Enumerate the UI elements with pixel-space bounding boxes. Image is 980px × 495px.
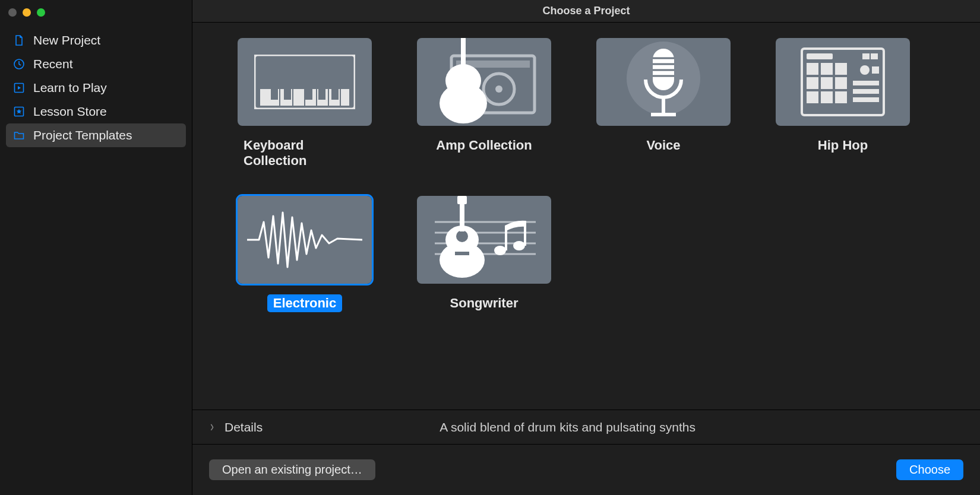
- svg-rect-12: [304, 89, 305, 106]
- svg-rect-62: [457, 196, 467, 204]
- template-grid: Keyboard Collection: [238, 38, 944, 312]
- svg-point-19: [495, 85, 502, 93]
- window-title: Choose a Project: [192, 0, 980, 23]
- svg-rect-15: [340, 89, 341, 106]
- svg-rect-14: [328, 89, 329, 106]
- svg-rect-35: [807, 63, 818, 75]
- sidebar-item-project-templates[interactable]: Project Templates: [6, 123, 186, 147]
- template-tile-keyboard-collection[interactable]: Keyboard Collection: [238, 38, 372, 170]
- svg-rect-29: [662, 97, 665, 113]
- minimize-window-button[interactable]: [23, 8, 31, 17]
- details-heading: Details: [225, 420, 263, 434]
- template-grid-area: Keyboard Collection: [192, 23, 980, 410]
- sidebar-item-new-project[interactable]: New Project: [6, 28, 186, 52]
- chevron-right-icon: ›: [210, 418, 214, 436]
- details-bar[interactable]: › Details A solid blend of drum kits and…: [192, 410, 980, 444]
- folder-icon: [13, 129, 25, 141]
- template-thumb: [238, 196, 372, 284]
- svg-point-59: [456, 230, 468, 242]
- svg-rect-8: [318, 89, 325, 100]
- waveform-icon: [242, 204, 367, 275]
- svg-rect-43: [835, 91, 847, 103]
- songwriter-icon: [417, 196, 551, 284]
- play-square-icon: [13, 82, 25, 94]
- main-panel: Choose a Project: [192, 0, 980, 495]
- sidebar-item-label: New Project: [33, 33, 100, 47]
- template-tile-hip-hop[interactable]: Hip Hop: [776, 38, 910, 170]
- svg-point-44: [860, 65, 870, 75]
- template-tile-electronic[interactable]: Electronic: [238, 196, 372, 312]
- template-tile-voice[interactable]: Voice: [596, 38, 731, 170]
- svg-rect-48: [853, 97, 879, 102]
- sidebar-item-label: Project Templates: [33, 128, 132, 142]
- template-thumb: [417, 38, 551, 126]
- sidebar-item-recent[interactable]: Recent: [6, 52, 186, 76]
- template-label: Voice: [640, 137, 686, 154]
- svg-rect-10: [279, 89, 280, 106]
- svg-rect-33: [862, 53, 870, 59]
- sidebar: New Project Recent Learn to Play: [0, 0, 192, 495]
- svg-rect-32: [807, 53, 833, 59]
- svg-rect-22: [461, 38, 466, 80]
- svg-rect-47: [853, 89, 879, 94]
- svg-point-55: [513, 241, 525, 250]
- svg-rect-38: [807, 77, 818, 89]
- template-label: Hip Hop: [812, 137, 874, 154]
- template-thumb: [238, 38, 372, 126]
- sidebar-item-label: Learn to Play: [33, 81, 107, 95]
- svg-rect-34: [871, 53, 878, 59]
- svg-rect-36: [821, 63, 833, 75]
- sidebar-item-label: Recent: [33, 57, 73, 71]
- close-window-button[interactable]: [8, 8, 17, 17]
- zoom-window-button[interactable]: [37, 8, 45, 17]
- template-thumb: [596, 38, 731, 126]
- star-square-icon: [13, 106, 25, 118]
- template-tile-amp-collection[interactable]: Amp Collection: [417, 38, 551, 170]
- svg-rect-30: [651, 113, 676, 116]
- template-tile-songwriter[interactable]: Songwriter: [417, 196, 551, 312]
- file-icon: [13, 34, 25, 46]
- svg-rect-6: [284, 89, 291, 100]
- sidebar-item-learn-to-play[interactable]: Learn to Play: [6, 76, 186, 100]
- open-existing-project-button[interactable]: Open an existing project…: [209, 459, 375, 480]
- keyboard-icon: [254, 55, 355, 109]
- window-title-text: Choose a Project: [542, 5, 630, 17]
- choose-button[interactable]: Choose: [896, 459, 963, 480]
- footer-bar: Open an existing project… Choose: [192, 444, 980, 495]
- window-controls: [0, 4, 192, 28]
- template-label: Keyboard Collection: [238, 137, 372, 170]
- svg-rect-60: [455, 252, 469, 255]
- details-description: A solid blend of drum kits and pulsating…: [440, 420, 696, 434]
- clock-icon: [13, 58, 25, 70]
- svg-rect-13: [316, 89, 317, 106]
- template-label: Amp Collection: [430, 137, 538, 154]
- drumpad-icon: [776, 38, 910, 126]
- template-label: Electronic: [267, 294, 342, 312]
- svg-point-53: [494, 246, 506, 255]
- sidebar-item-label: Lesson Store: [33, 104, 107, 119]
- svg-rect-41: [807, 91, 818, 103]
- template-thumb: [417, 196, 551, 284]
- svg-rect-5: [271, 89, 278, 100]
- svg-rect-9: [331, 89, 339, 100]
- svg-rect-39: [821, 77, 833, 89]
- template-thumb: [776, 38, 910, 126]
- svg-rect-37: [835, 63, 847, 75]
- template-label: Songwriter: [444, 294, 524, 312]
- svg-rect-40: [835, 77, 847, 89]
- project-chooser-window: New Project Recent Learn to Play: [0, 0, 980, 495]
- svg-rect-46: [853, 81, 879, 85]
- amp-icon: [417, 38, 551, 126]
- svg-rect-11: [292, 89, 293, 106]
- svg-rect-42: [821, 91, 833, 103]
- microphone-icon: [596, 38, 731, 126]
- sidebar-item-lesson-store[interactable]: Lesson Store: [6, 100, 186, 123]
- sidebar-list: New Project Recent Learn to Play: [0, 28, 192, 147]
- svg-rect-7: [305, 89, 312, 100]
- svg-rect-45: [872, 66, 879, 74]
